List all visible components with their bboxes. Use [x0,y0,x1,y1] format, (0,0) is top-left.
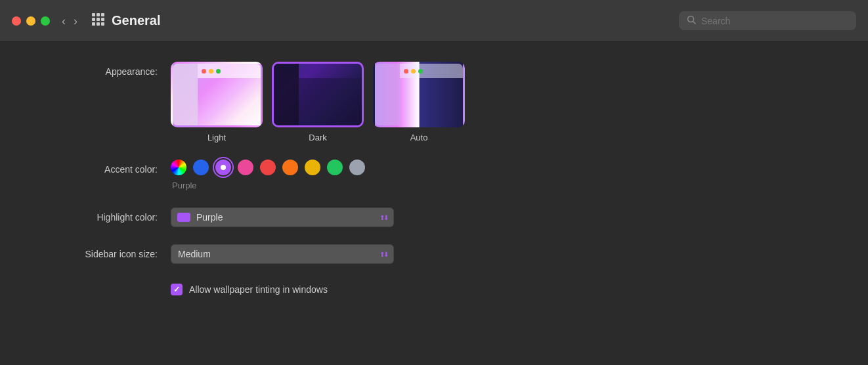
page-title: General [112,13,679,28]
accent-yellow[interactable] [305,160,320,175]
accent-red[interactable] [260,160,276,175]
wallpaper-checkbox-row: Allow wallpaper tinting in windows [171,281,328,295]
wallpaper-tinting-checkbox[interactable] [171,284,183,295]
accent-green[interactable] [327,160,343,175]
thumb-dark-sidebar [274,64,299,125]
grid-icon[interactable] [91,12,105,30]
appearance-dark[interactable]: Dark [272,62,364,142]
main-content: Appearance: Light [0,42,868,332]
appearance-auto-thumb[interactable] [373,62,465,127]
svg-rect-0 [92,13,95,16]
thumb-dot-red [404,69,408,74]
appearance-row: Appearance: Light [39,62,829,142]
close-button[interactable] [12,16,21,26]
highlight-dropdown-row: Purple Blue Pink Red Orange Yellow Green… [171,207,394,227]
highlight-color-row: Highlight color: Purple Blue Pink Red Or… [39,207,829,227]
highlight-select-wrapper[interactable]: Purple Blue Pink Red Orange Yellow Green… [171,207,394,227]
accent-color-row: Accent color: [39,160,829,190]
thumb-auto-sidebar [375,64,400,125]
thumb-dot-yellow [209,69,213,74]
accent-color-options [171,160,365,175]
svg-line-10 [693,22,696,24]
appearance-light[interactable]: Light [171,62,263,142]
svg-rect-3 [92,18,95,21]
sidebar-icon-select-wrapper[interactable]: Small Medium Large [171,244,394,264]
accent-blue[interactable] [193,160,209,175]
accent-graphite[interactable] [349,160,365,175]
thumb-dark-content [299,78,362,125]
sidebar-icon-size-label: Sidebar icon size: [39,244,171,261]
sidebar-icon-size-row: Sidebar icon size: Small Medium Large [39,244,829,264]
sidebar-icon-size-content: Small Medium Large [171,244,394,264]
svg-rect-2 [101,13,104,16]
highlight-color-content: Purple Blue Pink Red Orange Yellow Green… [171,207,394,227]
appearance-dark-thumb[interactable] [272,62,364,127]
svg-rect-7 [97,22,100,26]
thumb-auto-topbar [400,64,463,78]
thumb-dot-red [202,69,206,74]
appearance-dark-label: Dark [309,133,326,142]
thumb-light-sidebar [173,64,198,125]
sidebar-icon-dropdown-row: Small Medium Large [171,244,394,264]
svg-rect-1 [97,13,100,16]
forward-button[interactable]: › [71,14,80,28]
svg-rect-5 [101,18,104,21]
highlight-color-select[interactable]: Purple Blue Pink Red Orange Yellow Green… [171,207,394,227]
titlebar: ‹ › General [0,0,868,42]
thumb-dot-yellow [411,69,416,74]
appearance-options: Light Dark [171,62,465,142]
accent-pink[interactable] [238,160,253,175]
accent-purple[interactable] [215,160,231,175]
appearance-light-thumb[interactable] [171,62,263,127]
minimize-button[interactable] [26,16,35,26]
appearance-label: Appearance: [39,62,171,79]
svg-rect-6 [92,22,95,26]
appearance-content: Light Dark [171,62,465,142]
sidebar-icon-size-select[interactable]: Small Medium Large [171,244,394,264]
appearance-auto-label: Auto [410,133,428,142]
search-input[interactable] [701,16,848,26]
maximize-button[interactable] [41,16,50,26]
thumb-light-content [198,78,261,125]
thumb-dot-green [216,69,221,74]
svg-rect-8 [101,22,104,26]
wallpaper-tinting-row: Allow wallpaper tinting in windows [39,281,829,295]
accent-color-content: Purple [171,160,365,190]
thumb-dot-green [418,69,423,74]
appearance-auto[interactable]: Auto [373,62,465,142]
wallpaper-tinting-label: Allow wallpaper tinting in windows [189,284,328,295]
accent-color-label: Accent color: [39,160,171,177]
search-icon [687,15,696,26]
window-controls [12,16,50,26]
thumb-light-topbar [198,64,261,78]
wallpaper-tinting-content: Allow wallpaper tinting in windows [171,281,328,295]
accent-multicolor[interactable] [171,160,186,175]
svg-rect-4 [97,18,100,21]
accent-orange[interactable] [282,160,298,175]
highlight-color-label: Highlight color: [39,207,171,225]
search-bar[interactable] [679,11,856,30]
back-button[interactable]: ‹ [59,14,68,28]
accent-selected-name: Purple [172,181,365,190]
nav-arrows: ‹ › [59,14,80,28]
wallpaper-tinting-spacer [39,281,171,285]
appearance-light-label: Light [207,133,226,142]
